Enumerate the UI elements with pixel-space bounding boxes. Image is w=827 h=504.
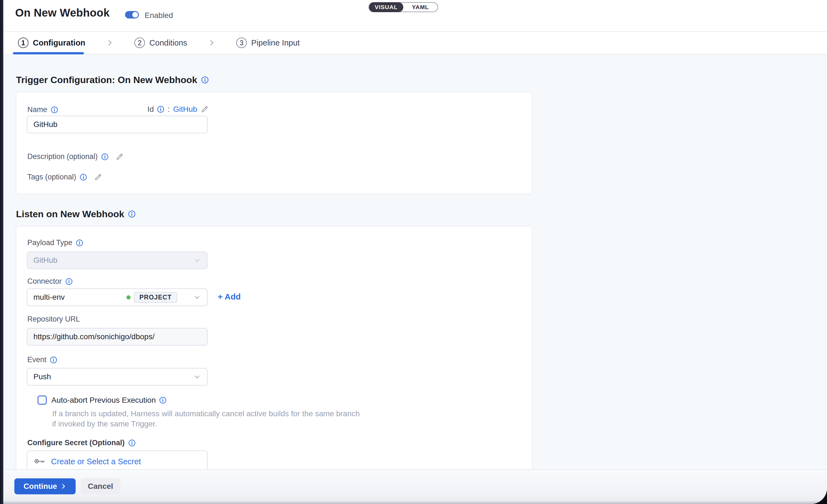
continue-button[interactable]: Continue (14, 478, 76, 494)
screen: On New Webhook Enabled VISUAL YAML 1 Con… (0, 0, 827, 504)
repository-url-input[interactable] (27, 328, 207, 346)
step-number-badge: 2 (135, 38, 145, 48)
edit-description-pencil-icon[interactable] (115, 153, 124, 161)
info-icon[interactable] (65, 278, 72, 285)
mode-yaml-button[interactable]: YAML (403, 2, 438, 12)
info-icon[interactable] (51, 106, 58, 113)
name-label-row: Name (27, 105, 58, 114)
continue-button-label: Continue (23, 482, 57, 491)
step-number-badge: 1 (18, 38, 29, 48)
visual-yaml-switch: VISUAL YAML (369, 2, 438, 12)
heading-text: Listen on New Webhook (16, 209, 124, 219)
trigger-configuration-heading: Trigger Configuration: On New Webhook (16, 74, 209, 85)
wizard-footer: Continue Cancel (3, 469, 827, 504)
info-icon[interactable] (201, 76, 209, 84)
cancel-button[interactable]: Cancel (81, 478, 120, 494)
connector-select[interactable]: multi-env PROJECT (27, 289, 207, 306)
window-bottom-shadow (3, 501, 827, 504)
auto-abort-help-line-2: if invoked by the same Trigger. (52, 419, 157, 429)
chevron-right-icon (106, 39, 114, 47)
enabled-toggle-label: Enabled (145, 11, 173, 20)
payload-type-label-row: Payload Type (27, 239, 83, 247)
enabled-toggle[interactable] (125, 11, 139, 18)
edit-id-pencil-icon[interactable] (200, 105, 209, 113)
repository-url-label: Repository URL (27, 315, 80, 323)
auto-abort-row: Auto-abort Previous Execution (38, 396, 166, 405)
arrow-right-icon (60, 483, 66, 489)
trigger-wizard-panel: On New Webhook Enabled VISUAL YAML 1 Con… (3, 0, 827, 504)
info-icon[interactable] (80, 173, 87, 181)
trigger-id-row: Id : GitHub (147, 105, 209, 114)
tab-pipeline-input[interactable]: 3 Pipeline Input (236, 38, 300, 48)
tags-label: Tags (optional) (27, 173, 76, 181)
tab-configuration[interactable]: 1 Configuration (18, 38, 85, 48)
chevron-down-icon (193, 293, 201, 301)
chevron-right-icon (207, 39, 216, 47)
chevron-down-icon (193, 256, 201, 264)
event-value: Push (34, 372, 51, 381)
info-icon[interactable] (50, 356, 57, 363)
id-label: Id (147, 105, 154, 114)
page-title: On New Webhook (15, 7, 110, 19)
auto-abort-label-row: Auto-abort Previous Execution (51, 396, 166, 405)
top-bar: On New Webhook Enabled VISUAL YAML (3, 0, 827, 32)
description-label: Description (optional) (27, 152, 98, 161)
info-icon[interactable] (128, 210, 136, 218)
event-select[interactable]: Push (27, 368, 207, 386)
trigger-configuration-card: Name Id : GitHub Description (optional) (16, 92, 532, 194)
connector-label: Connector (27, 277, 62, 286)
connector-value: multi-env (34, 293, 65, 302)
connector-label-row: Connector (27, 277, 72, 286)
payload-type-label: Payload Type (27, 239, 72, 247)
payload-type-select: GitHub (27, 251, 207, 269)
repository-url-label-row: Repository URL (27, 315, 80, 323)
step-number-badge: 3 (236, 38, 247, 48)
connector-scope-badge: PROJECT (134, 292, 177, 303)
name-label: Name (27, 105, 47, 114)
listen-on-webhook-heading: Listen on New Webhook (16, 209, 136, 219)
configure-secret-label: Configure Secret (Optional) (27, 439, 125, 447)
auto-abort-label: Auto-abort Previous Execution (51, 396, 156, 405)
tab-label: Pipeline Input (251, 38, 300, 47)
create-or-select-secret-link[interactable]: Create or Select a Secret (51, 457, 141, 466)
auto-abort-help-line-1: If a branch is updated, Harness will aut… (52, 409, 360, 418)
configure-secret-label-row: Configure Secret (Optional) (27, 439, 136, 447)
tags-row: Tags (optional) (27, 173, 102, 181)
window-left-edge (0, 0, 3, 504)
tab-label: Conditions (149, 38, 187, 47)
toggle-knob-icon (132, 11, 139, 18)
add-connector-link[interactable]: + Add (218, 292, 241, 301)
id-separator: : (167, 105, 170, 114)
event-label-row: Event (27, 355, 57, 364)
info-icon[interactable] (159, 397, 166, 404)
info-icon[interactable] (128, 440, 136, 447)
auto-abort-checkbox[interactable] (38, 396, 47, 405)
mode-visual-button[interactable]: VISUAL (369, 2, 403, 12)
wizard-tabs: 1 Configuration 2 Conditions 3 Pipeline … (3, 32, 827, 54)
event-label: Event (27, 355, 46, 364)
cancel-button-label: Cancel (88, 482, 113, 491)
tab-label: Configuration (33, 38, 85, 47)
active-tab-underline (13, 52, 84, 54)
name-input[interactable] (27, 116, 207, 133)
description-row: Description (optional) (27, 152, 124, 161)
key-icon (34, 458, 46, 465)
edit-tags-pencil-icon[interactable] (94, 173, 102, 181)
connector-status-dot (127, 295, 131, 299)
info-icon[interactable] (157, 106, 164, 113)
info-icon[interactable] (76, 239, 83, 247)
trigger-id-value[interactable]: GitHub (173, 105, 197, 114)
info-icon[interactable] (101, 153, 108, 160)
heading-text: Trigger Configuration: On New Webhook (16, 74, 197, 85)
tab-conditions[interactable]: 2 Conditions (135, 38, 187, 48)
listen-on-webhook-card: Payload Type GitHub Connector multi-env (16, 226, 532, 504)
chevron-down-icon (193, 373, 201, 381)
payload-type-value: GitHub (34, 256, 57, 265)
